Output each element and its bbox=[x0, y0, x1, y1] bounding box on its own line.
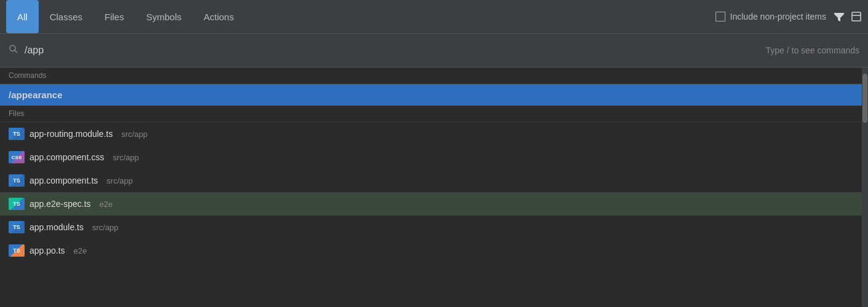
file-path-app-routing: src/app bbox=[121, 130, 148, 139]
file-name-app-component-ts: app.component.ts bbox=[30, 176, 98, 185]
file-name-app-routing: app-routing.module.ts bbox=[30, 129, 112, 139]
results-area: Commands /appearance Files TS app-routin… bbox=[0, 68, 868, 307]
include-non-project-checkbox[interactable] bbox=[716, 12, 725, 21]
search-hint: Type / to see commands bbox=[765, 45, 859, 55]
ts-icon-app-module: TS bbox=[9, 221, 25, 233]
file-item-app-routing[interactable]: TS app-routing.module.ts src/app bbox=[0, 122, 862, 146]
command-item-label: /appearance bbox=[9, 90, 63, 100]
filter-icon[interactable] bbox=[834, 11, 845, 22]
file-name-app-component-css: app.component.css bbox=[30, 152, 104, 162]
tab-files[interactable]: Files bbox=[93, 0, 135, 33]
file-item-app-po[interactable]: TS app.po.ts e2e bbox=[0, 239, 862, 262]
css-icon-app-component: CSS bbox=[9, 151, 25, 163]
ts-icon-app-routing: TS bbox=[9, 128, 25, 140]
results-list: Commands /appearance Files TS app-routin… bbox=[0, 68, 862, 307]
ts-teal-icon-app-e2e: TS bbox=[9, 198, 25, 210]
search-bar: Type / to see commands bbox=[0, 34, 868, 68]
svg-point-2 bbox=[10, 45, 15, 51]
window-icon[interactable] bbox=[851, 11, 862, 22]
file-path-app-e2e-spec: e2e bbox=[100, 200, 113, 209]
file-name-app-e2e-spec: app.e2e-spec.ts bbox=[30, 199, 91, 209]
file-item-app-e2e-spec[interactable]: TS app.e2e-spec.ts e2e bbox=[0, 192, 862, 216]
command-item-appearance[interactable]: /appearance bbox=[0, 84, 862, 106]
file-item-app-component-ts[interactable]: TS app.component.ts src/app bbox=[0, 169, 862, 192]
file-path-app-component-css: src/app bbox=[112, 153, 139, 162]
file-item-app-module[interactable]: TS app.module.ts src/app bbox=[0, 216, 862, 239]
include-non-project-label: Include non-project items bbox=[730, 12, 826, 21]
file-path-app-module: src/app bbox=[92, 223, 119, 232]
include-non-project-container: Include non-project items bbox=[716, 12, 826, 21]
file-path-app-po: e2e bbox=[74, 246, 87, 255]
ts-orange-icon-app-po: TS bbox=[9, 244, 25, 257]
file-item-app-component-css[interactable]: CSS app.component.css src/app bbox=[0, 146, 862, 169]
tab-symbols[interactable]: Symbols bbox=[135, 0, 193, 33]
svg-line-3 bbox=[15, 50, 17, 53]
tab-all[interactable]: All bbox=[6, 0, 39, 33]
search-icon bbox=[9, 44, 18, 56]
scrollbar[interactable] bbox=[862, 68, 868, 307]
file-path-app-component-ts: src/app bbox=[106, 176, 133, 185]
file-name-app-module: app.module.ts bbox=[30, 222, 84, 232]
search-input[interactable] bbox=[25, 45, 765, 56]
scrollbar-thumb[interactable] bbox=[862, 74, 867, 123]
tab-classes[interactable]: Classes bbox=[39, 0, 93, 33]
svg-rect-0 bbox=[852, 12, 861, 21]
files-section-header: Files bbox=[0, 106, 862, 122]
commands-section-header: Commands bbox=[0, 68, 862, 84]
file-name-app-po: app.po.ts bbox=[30, 246, 65, 255]
tab-actions[interactable]: Actions bbox=[192, 0, 245, 33]
tab-bar: All Classes Files Symbols Actions Includ… bbox=[0, 0, 868, 34]
ts-icon-app-component: TS bbox=[9, 174, 25, 187]
